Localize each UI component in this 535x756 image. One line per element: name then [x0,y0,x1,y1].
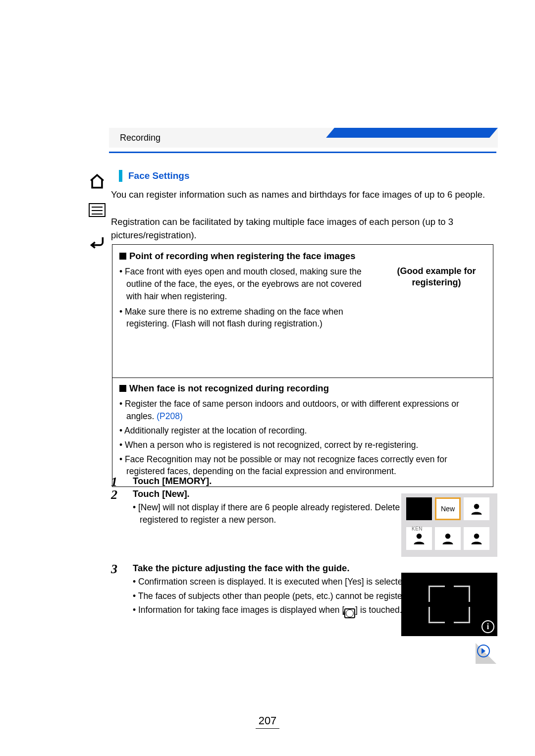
step-number-1: 1 [111,476,123,488]
memory-grid-figure: New KEN [401,493,497,557]
page-link-p208[interactable]: (P208) [157,411,183,421]
step-1-title: Touch [MEMORY]. [133,476,495,486]
header-strip: Recording [109,128,498,148]
box-heading-1: Point of recording when registering the … [119,251,486,262]
guide-corner [428,586,445,602]
person-icon [470,502,483,516]
section-accent-bar [119,170,122,182]
page-number: 207 [0,714,535,729]
box-divider [112,378,493,378]
person-icon [412,532,426,545]
header-rule [109,152,496,153]
square-bullet-icon [119,385,126,392]
ken-label: KEN [412,526,423,532]
arrow-right-icon [477,644,490,658]
svg-point-3 [474,534,480,539]
box-heading-2: When face is not recognized during recor… [119,383,486,394]
contents-icon[interactable] [87,200,107,220]
step-number-3: 3 [111,563,123,620]
box-bullets-2: Register the face of same person indoors… [119,398,486,478]
intro-paragraph-2: Registration can be facilitated by takin… [111,216,495,242]
section-title-text: Face Settings [128,170,190,181]
guide-corner [454,586,470,602]
face-guide-figure: i [401,573,497,636]
info-icon: i [344,608,355,618]
home-icon[interactable] [87,171,107,192]
step-3-title: Take the picture adjusting the face with… [133,563,495,574]
tips-box: Point of recording when registering the … [112,244,493,487]
section-title: Face Settings [119,168,190,183]
back-icon[interactable] [87,232,107,253]
box-bullets-1: Face front with eyes open and mouth clos… [119,266,377,333]
guide-corner [454,607,470,623]
memory-slot-empty [464,527,489,550]
header-accent [326,128,498,138]
memory-slot-ken [406,497,432,520]
step-number-2: 2 [111,488,123,528]
intro-paragraph-1: You can register information such as nam… [111,188,495,202]
svg-point-0 [474,504,480,509]
breadcrumb: Recording [120,133,160,143]
memory-slot-empty [464,497,489,520]
svg-point-2 [445,534,451,539]
good-example-label: (Good example for registering) [387,266,486,333]
person-icon [470,532,483,545]
person-icon [441,532,455,545]
memory-slot-empty [435,527,461,550]
svg-point-1 [417,534,422,539]
continue-arrow[interactable] [476,643,496,664]
guide-corner [428,607,445,623]
square-bullet-icon [119,253,126,260]
memory-slot-new[interactable]: New [435,497,461,520]
info-icon[interactable]: i [482,620,494,633]
